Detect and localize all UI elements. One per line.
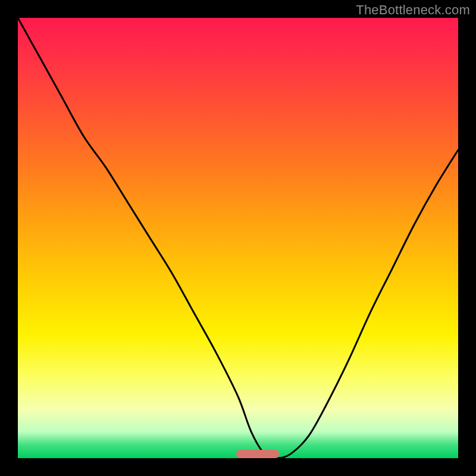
curve-svg [18, 18, 458, 458]
plot-area [18, 18, 458, 458]
chart-frame: TheBottleneck.com [0, 0, 476, 476]
bottleneck-curve [18, 18, 458, 458]
watermark-text: TheBottleneck.com [356, 2, 470, 18]
minimum-marker [236, 450, 279, 458]
